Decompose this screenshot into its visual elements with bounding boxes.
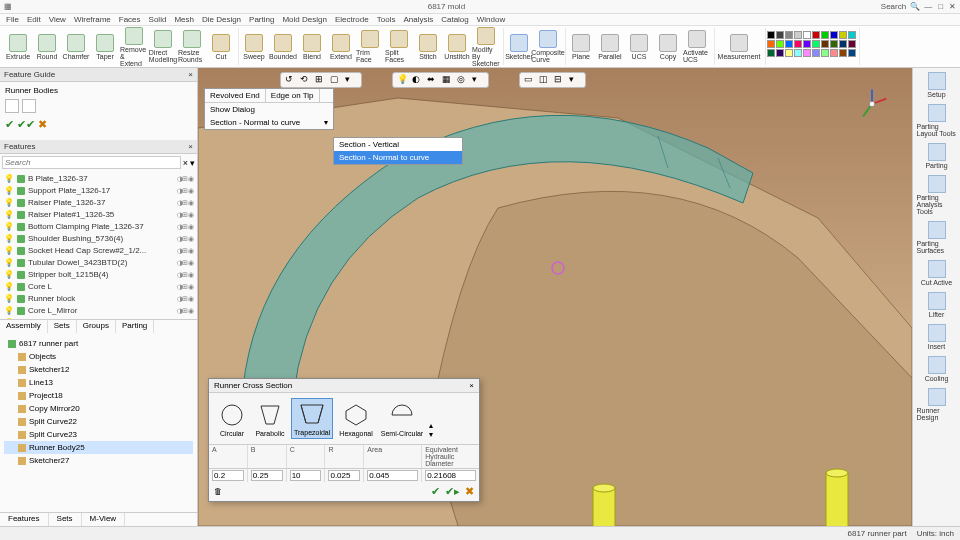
color-palette[interactable] [767,31,856,57]
menu-parting[interactable]: Parting [249,15,274,24]
features-tree[interactable]: 💡B Plate_1326-37◑⊞◉💡Support Plate_1326-1… [0,171,197,319]
feature-guide-close-icon[interactable]: × [188,70,193,79]
visibility-icon[interactable]: 💡 [4,281,14,293]
visibility-icon[interactable]: 💡 [4,221,14,233]
menu-faces[interactable]: Faces [119,15,141,24]
menu-edit[interactable]: Edit [27,15,41,24]
ctx-submenu-normal[interactable]: Section - Normal to curve [334,151,462,164]
feature-tree-item[interactable]: 💡Bottom Clamping Plate_1326-37◑⊞◉ [2,221,195,233]
color-swatch[interactable] [812,49,820,57]
visibility-icon[interactable]: 💡 [4,245,14,257]
color-swatch[interactable] [803,49,811,57]
project-tree-item[interactable]: Sketcher12 [4,363,193,376]
ribbon-ucs[interactable]: UCS [625,34,653,60]
project-tree-item[interactable]: Runner Body25 [4,441,193,454]
menu-analysis[interactable]: Analysis [403,15,433,24]
visibility-icon[interactable]: 💡 [4,185,14,197]
ctx-tab-edge-on-tip[interactable]: Edge on Tip [266,89,320,102]
visibility-icon[interactable]: 💡 [4,173,14,185]
project-tree-item[interactable]: Split Curve23 [4,428,193,441]
ribbon-extend[interactable]: Extend [327,34,355,60]
ribbon-blend[interactable]: Blend [298,34,326,60]
ribbon-modify-by-sketcher[interactable]: Modify By Sketcher [472,27,500,67]
color-swatch[interactable] [794,49,802,57]
ctx-tab-revolved-end[interactable]: Revolved End [205,89,266,102]
param-input[interactable] [425,470,476,481]
color-swatch[interactable] [794,31,802,39]
dialog-apply-icon[interactable]: ✔▸ [445,485,460,498]
vt-group-2[interactable]: 💡◐⬌▦◎▾ [392,72,489,88]
ribbon-chamfer[interactable]: Chamfer [62,34,90,60]
ribbon-direct-modeling[interactable]: Direct Modeling [149,30,177,63]
right-tool-runner-design[interactable]: Runner Design [917,388,957,421]
dialog-cancel-icon[interactable]: ✖ [465,485,474,498]
minimize-icon[interactable]: — [924,2,932,11]
close-icon[interactable]: ✕ [949,2,956,11]
ribbon-extrude[interactable]: Extrude [4,34,32,60]
search-clear-icon[interactable]: × [183,158,188,168]
color-swatch[interactable] [767,40,775,48]
menu-wireframe[interactable]: Wireframe [74,15,111,24]
color-swatch[interactable] [821,31,829,39]
color-swatch[interactable] [830,31,838,39]
project-tree-item[interactable]: Objects [4,350,193,363]
shape-scroll[interactable]: ▴▾ [429,421,433,439]
view-triad-icon[interactable] [854,86,890,122]
project-tree[interactable]: 6817 runner partObjectsSketcher12Line13P… [0,333,197,512]
shape-hexagonal[interactable]: Hexagonal [337,400,374,439]
color-swatch[interactable] [839,40,847,48]
color-swatch[interactable] [776,49,784,57]
visibility-icon[interactable]: 💡 [4,209,14,221]
menu-die-design[interactable]: Die Design [202,15,241,24]
visibility-icon[interactable]: 💡 [4,269,14,281]
feature-tree-item[interactable]: 💡Tubular Dowel_3423BTD(2)◑⊞◉ [2,257,195,269]
tab-groups[interactable]: Groups [77,320,116,333]
color-swatch[interactable] [830,40,838,48]
color-swatch[interactable] [785,40,793,48]
color-swatch[interactable] [848,31,856,39]
features-search-input[interactable] [2,156,181,169]
accept-icon[interactable]: ✔ [5,118,14,131]
right-tool-cut-active[interactable]: Cut Active [917,260,957,286]
color-swatch[interactable] [848,40,856,48]
visibility-icon[interactable]: 💡 [4,233,14,245]
ribbon-activate-ucs[interactable]: Activate UCS [683,30,711,63]
ribbon-remove-extend[interactable]: Remove & Extend [120,27,148,67]
color-swatch[interactable] [785,31,793,39]
footer-tab-features[interactable]: Features [0,513,49,526]
param-input[interactable] [367,470,418,481]
feature-tree-item[interactable]: 💡Raiser Plate_1326-37◑⊞◉ [2,197,195,209]
color-swatch[interactable] [794,40,802,48]
footer-tab-mview[interactable]: M-View [82,513,126,526]
ribbon-stitch[interactable]: Stitch [414,34,442,60]
tab-sets[interactable]: Sets [48,320,77,333]
ribbon-sweep[interactable]: Sweep [240,34,268,60]
right-tool-parting-layout-tools[interactable]: Parting Layout Tools [917,104,957,137]
param-input[interactable] [290,470,322,481]
ribbon-trim-face[interactable]: Trim Face [356,30,384,63]
visibility-icon[interactable]: 💡 [4,305,14,317]
shape-circular[interactable]: Circular [215,400,249,439]
color-swatch[interactable] [839,49,847,57]
ribbon-resize-rounds[interactable]: Resize Rounds [178,30,206,63]
right-tool-insert[interactable]: Insert [917,324,957,350]
feature-tree-item[interactable]: 💡Shoulder Bushing_5736(4)◑⊞◉ [2,233,195,245]
color-swatch[interactable] [830,49,838,57]
right-tool-cooling[interactable]: Cooling [917,356,957,382]
features-close-icon[interactable]: × [188,142,193,151]
ribbon-cut[interactable]: Cut [207,34,235,60]
footer-tab-sets[interactable]: Sets [49,513,82,526]
ribbon-sketcher[interactable]: Sketcher [505,34,533,60]
feature-tree-item[interactable]: 💡Socket Head Cap Screw#2_1/2...◑⊞◉ [2,245,195,257]
right-tool-lifter[interactable]: Lifter [917,292,957,318]
ribbon-plane[interactable]: Plane [567,34,595,60]
shape-semi-circular[interactable]: Semi-Circular [379,400,425,439]
ribbon-bounded[interactable]: Bounded [269,34,297,60]
menu-file[interactable]: File [6,15,19,24]
right-tool-parting[interactable]: Parting [917,143,957,169]
feature-tree-item[interactable]: 💡Core L_Mirror◑⊞◉ [2,305,195,317]
ctx-section-dropdown[interactable]: Section - Normal to curve▾ [205,116,333,129]
right-tool-parting-analysis-tools[interactable]: Parting Analysis Tools [917,175,957,215]
visibility-icon[interactable]: 💡 [4,257,14,269]
menu-electrode[interactable]: Electrode [335,15,369,24]
